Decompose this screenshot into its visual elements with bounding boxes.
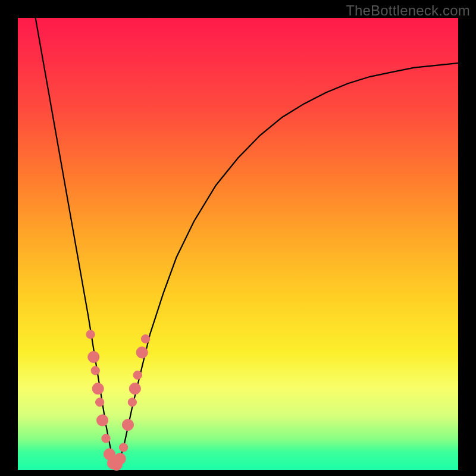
marker-dot: [133, 371, 142, 379]
marker-dot: [95, 398, 104, 406]
plot-area: [18, 18, 458, 470]
marker-dot: [136, 347, 148, 358]
marker-dot: [96, 415, 108, 426]
chart-frame: TheBottleneck.com: [0, 0, 476, 476]
marker-dot: [128, 398, 136, 406]
marker-dot: [114, 453, 126, 464]
marker-group: [86, 330, 150, 471]
marker-dot: [102, 434, 110, 443]
marker-dot: [119, 443, 127, 452]
marker-dot: [92, 383, 104, 394]
marker-dot: [88, 351, 99, 362]
chart-svg: [18, 18, 458, 470]
marker-dot: [129, 383, 140, 394]
watermark-text: TheBottleneck.com: [346, 2, 470, 19]
marker-dot: [141, 334, 149, 343]
marker-dot: [91, 367, 99, 375]
marker-dot: [122, 419, 133, 430]
marker-dot: [86, 330, 95, 339]
